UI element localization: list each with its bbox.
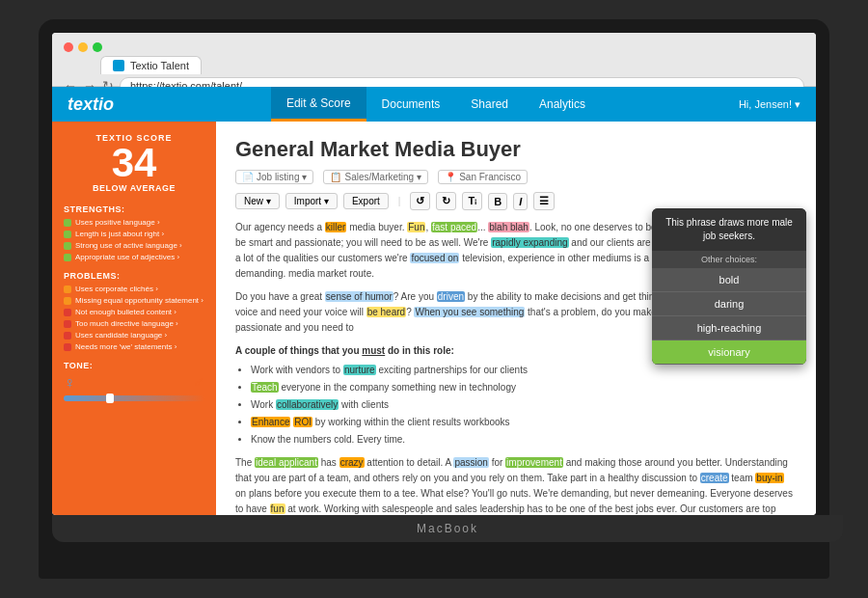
laptop-brand: MacBook	[417, 522, 478, 535]
list-item[interactable]: Uses corporate clichés ›	[64, 285, 204, 293]
main-content: TEXTIO SCORE 34 BELOW AVERAGE STRENGTHS:…	[52, 122, 816, 515]
list-item[interactable]: Needs more 'we' statements ›	[64, 342, 204, 351]
logo: textio	[68, 95, 114, 115]
suggestion-popup: This phrase draws more male job seekers.…	[652, 208, 806, 365]
nav-items: Edit & Score Documents Shared Analytics	[133, 87, 739, 122]
tone-icons: ♀ ♂	[64, 374, 204, 392]
list-item[interactable]: Not enough bulleted content ›	[64, 308, 204, 316]
doc-type[interactable]: 📄 Job listing ▾	[235, 170, 313, 184]
bold-button[interactable]: B	[488, 193, 507, 210]
top-nav: textio Edit & Score Documents Shared Ana…	[52, 87, 816, 122]
nav-item-analytics[interactable]: Analytics	[524, 87, 601, 122]
laptop-frame: Textio Talent ← → ↻ textio Edit & Score …	[39, 19, 829, 579]
user-menu[interactable]: Hi, Jensen! ▾	[739, 98, 800, 111]
typography-button[interactable]: Tᵢ	[462, 192, 482, 210]
dot-icon	[64, 219, 71, 227]
list-item[interactable]: Strong use of active language ›	[64, 241, 204, 250]
dot-icon	[64, 242, 71, 250]
dot-icon	[64, 231, 71, 238]
tone-bar	[64, 395, 204, 401]
dot-icon	[64, 309, 71, 316]
close-button[interactable]	[64, 42, 73, 52]
nav-item-edit-score[interactable]: Edit & Score	[271, 87, 366, 122]
popup-option-bold[interactable]: bold	[652, 268, 806, 292]
list-item[interactable]: Appropriate use of adjectives ›	[64, 253, 204, 261]
tab-favicon	[113, 60, 124, 71]
new-button[interactable]: New ▾	[235, 193, 280, 209]
screen: Textio Talent ← → ↻ textio Edit & Score …	[52, 33, 816, 515]
list-button[interactable]: ☰	[533, 192, 555, 210]
list-item[interactable]: Too much directive language ›	[64, 319, 204, 328]
tone-section: TONE: ♀ ♂	[64, 361, 204, 401]
popup-header: This phrase draws more male job seekers.	[652, 208, 806, 251]
browser-chrome: Textio Talent ← → ↻	[52, 33, 816, 87]
popup-option-daring[interactable]: daring	[652, 292, 806, 316]
tone-title: TONE:	[64, 361, 204, 370]
score-number: 34	[64, 143, 204, 183]
dot-icon	[64, 332, 71, 340]
nav-item-documents[interactable]: Documents	[366, 87, 456, 122]
minimize-button[interactable]	[78, 42, 88, 52]
dot-icon	[64, 320, 71, 328]
doc-location[interactable]: 📍 San Francisco	[438, 170, 528, 184]
dot-icon	[64, 343, 71, 351]
nav-item-shared[interactable]: Shared	[455, 87, 524, 122]
problems-title: PROBLEMS:	[64, 271, 204, 281]
strengths-title: STRENGTHS:	[64, 204, 204, 214]
popup-option-high-reaching[interactable]: high-reaching	[652, 316, 806, 340]
list-item[interactable]: Uses candidate language ›	[64, 331, 204, 340]
list-item[interactable]: Length is just about right ›	[64, 230, 204, 238]
tab-label: Textio Talent	[130, 60, 189, 71]
dot-icon	[64, 254, 71, 261]
sidebar: TEXTIO SCORE 34 BELOW AVERAGE STRENGTHS:…	[52, 122, 216, 515]
list-item[interactable]: Uses positive language ›	[64, 218, 204, 227]
dot-icon	[64, 297, 71, 305]
doc-category[interactable]: 📋 Sales/Marketing ▾	[323, 170, 428, 184]
redo-button[interactable]: ↻	[436, 192, 456, 210]
laptop-base: MacBook	[52, 515, 843, 542]
italic-button[interactable]: I	[513, 193, 528, 210]
score-section: TEXTIO SCORE 34 BELOW AVERAGE	[64, 133, 204, 193]
doc-title: General Market Media Buyer	[235, 137, 797, 162]
undo-button[interactable]: ↺	[410, 192, 430, 210]
tone-male-icon: ♂	[193, 374, 204, 392]
tone-female-icon: ♀	[64, 374, 75, 392]
export-button[interactable]: Export	[343, 193, 389, 209]
popup-subheader: Other choices:	[652, 251, 806, 268]
maximize-button[interactable]	[93, 42, 102, 52]
app: textio Edit & Score Documents Shared Ana…	[52, 87, 816, 515]
browser-tab[interactable]: Textio Talent	[100, 56, 202, 74]
popup-option-visionary[interactable]: visionary	[652, 340, 806, 365]
strengths-section: STRENGTHS: Uses positive language › Leng…	[64, 204, 204, 261]
list-item[interactable]: Missing equal opportunity statement ›	[64, 296, 204, 305]
score-sublabel: BELOW AVERAGE	[64, 183, 204, 193]
dot-icon	[64, 285, 71, 293]
doc-meta: 📄 Job listing ▾ 📋 Sales/Marketing ▾ 📍 Sa…	[235, 170, 797, 184]
editor[interactable]: General Market Media Buyer 📄 Job listing…	[216, 122, 816, 515]
import-button[interactable]: Import ▾	[285, 193, 338, 209]
problems-section: PROBLEMS: Uses corporate clichés › Missi…	[64, 271, 204, 351]
